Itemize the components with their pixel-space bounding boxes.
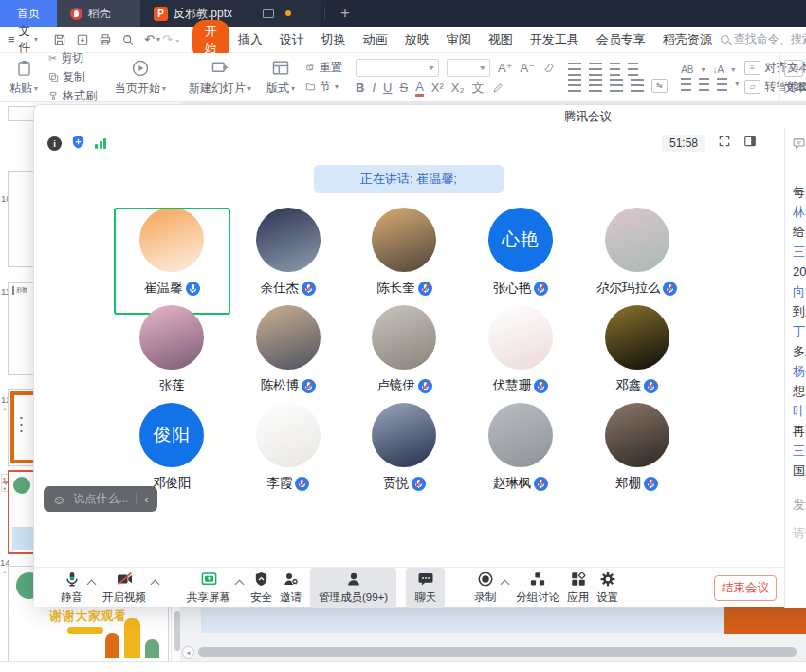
participant-tile[interactable]: 陈长奎 <box>346 206 463 303</box>
save-button[interactable] <box>53 33 66 46</box>
participant-tile[interactable]: 尕尔玛拉么 <box>578 206 695 303</box>
section-button[interactable]: 节▾ <box>305 79 342 95</box>
line-spacing-icon[interactable] <box>681 78 691 91</box>
font-size-select[interactable] <box>447 59 490 77</box>
menu-tab[interactable]: 稻壳资源 <box>663 31 712 48</box>
participant-tile[interactable]: 贾悦 <box>346 401 463 499</box>
vertical-scrollbar[interactable] <box>174 611 180 651</box>
font-size-up-button[interactable]: A⁺ <box>498 61 513 75</box>
subscript-button[interactable]: X₂ <box>451 81 465 95</box>
decrease-indent-icon[interactable] <box>610 63 620 76</box>
chat-quick-input[interactable]: ☺ 说点什么... ‹ <box>44 486 157 512</box>
horizontal-scrollbar[interactable] <box>198 647 797 657</box>
command-search[interactable]: 查找命令、搜索模板 <box>721 31 806 47</box>
play-from-current-button[interactable]: 当页开始▾ <box>110 59 171 97</box>
meeting-toolbar-apps[interactable]: 应用 <box>567 571 589 605</box>
undo-button[interactable]: ↶ <box>144 32 155 46</box>
meeting-toolbar-members[interactable]: 管理成员(99+) <box>310 568 396 608</box>
participant-tile[interactable]: 卢镜伊 <box>346 303 463 401</box>
paragraph-spacing-icon[interactable] <box>699 78 709 91</box>
font-family-select[interactable] <box>356 59 439 77</box>
chat-input-hint[interactable]: 请输 <box>793 525 806 542</box>
highlight-pen-icon[interactable] <box>492 82 504 94</box>
spacing-options-icon[interactable] <box>717 78 727 91</box>
participant-tile[interactable]: 郑棚 <box>578 401 695 499</box>
cut-button[interactable]: ✂剪切 <box>48 50 97 66</box>
format-painter-button[interactable]: 格式刷 <box>48 88 97 104</box>
menu-tab[interactable]: 视图 <box>488 31 513 48</box>
copy-button[interactable]: 复制 <box>48 69 97 85</box>
chevron-up-icon[interactable] <box>150 576 161 588</box>
justify-icon[interactable] <box>631 79 644 92</box>
layout-switch-icon[interactable] <box>743 135 757 152</box>
security-shield-icon[interactable] <box>71 135 85 153</box>
font-color-button[interactable]: A <box>415 80 424 97</box>
menu-tab[interactable]: 动画 <box>363 31 388 48</box>
participant-tile[interactable]: 李霞 <box>230 401 347 499</box>
increase-indent-icon[interactable] <box>628 63 638 76</box>
participant-tile[interactable]: 陈松博 <box>230 303 347 401</box>
export-button[interactable] <box>76 33 89 46</box>
participant-tile[interactable]: 余仕杰 <box>230 206 347 303</box>
participant-tile[interactable]: 伏慧珊 <box>463 303 579 401</box>
menu-tab[interactable]: 设计 <box>280 31 304 48</box>
meeting-toolbar-record[interactable]: 录制 <box>474 571 496 605</box>
menu-tab[interactable]: 审阅 <box>447 31 471 48</box>
distribute-icon[interactable]: ↹ <box>651 79 668 93</box>
meeting-toolbar-chat[interactable]: 聊天 <box>406 568 445 608</box>
menu-tab[interactable]: 开发工具 <box>530 31 579 48</box>
vertical-text-button[interactable]: ↓A <box>713 64 724 75</box>
menu-tab[interactable]: 会员专享 <box>596 31 646 48</box>
reset-button[interactable]: 重置 <box>305 60 342 76</box>
layout-button[interactable]: 版式▾ <box>262 59 300 97</box>
align-right-icon[interactable] <box>610 79 623 92</box>
meeting-info-icon[interactable]: i <box>47 136 62 151</box>
align-center-icon[interactable] <box>589 79 602 92</box>
collapse-chat-icon[interactable]: ‹ <box>144 492 148 506</box>
numbered-list-icon[interactable] <box>589 63 602 76</box>
chevron-up-icon[interactable] <box>500 576 511 588</box>
menu-tab[interactable]: 切换 <box>321 31 346 48</box>
menu-tab[interactable]: 插入 <box>238 31 263 48</box>
meeting-toolbar-breakout[interactable]: 分组讨论 <box>516 571 559 605</box>
meeting-toolbar-mic[interactable]: 静音 <box>61 571 82 605</box>
print-button[interactable] <box>99 33 112 46</box>
undo-caret-icon[interactable]: ▾ <box>156 35 160 44</box>
ribbon-more-icon[interactable]: ⌄ <box>174 35 181 44</box>
superscript-button[interactable]: X² <box>431 81 444 95</box>
participant-tile[interactable]: 俊阳 邓俊阳 <box>114 401 230 499</box>
redo-button[interactable]: ↷ <box>162 32 173 46</box>
participant-tile[interactable]: 心艳 张心艳 <box>463 206 579 303</box>
paste-button[interactable]: 粘贴▾ <box>5 59 43 97</box>
new-slide-button[interactable]: 新建幻灯片▾ <box>184 59 256 97</box>
text-box-button[interactable]: A≡ 文本框 <box>779 53 806 102</box>
network-signal-icon[interactable] <box>95 137 106 149</box>
meeting-toolbar-share-screen[interactable]: 共享屏幕 <box>187 571 230 605</box>
clear-format-icon[interactable] <box>542 62 555 74</box>
bullet-list-icon[interactable] <box>568 63 581 76</box>
scroll-left-button[interactable]: ◂ <box>182 646 194 659</box>
meeting-toolbar-invite[interactable]: 邀请 <box>280 571 302 605</box>
chevron-up-icon[interactable] <box>86 576 98 588</box>
print-preview-button[interactable] <box>121 33 135 46</box>
chat-input-placeholder[interactable]: 说点什么... <box>73 491 128 507</box>
italic-button[interactable]: I <box>372 81 376 95</box>
text-direction-button[interactable]: AB <box>681 64 693 75</box>
menu-tab[interactable]: 放映 <box>405 31 430 48</box>
phonetic-guide-button[interactable]: 文 <box>472 80 485 97</box>
meeting-toolbar-shield[interactable]: 安全 <box>250 571 272 605</box>
align-left-icon[interactable] <box>568 79 581 92</box>
chat-send-button[interactable]: 发送 <box>793 497 806 514</box>
participant-tile[interactable]: 张莲 <box>114 303 230 401</box>
fullscreen-icon[interactable] <box>718 135 731 152</box>
underline-button[interactable]: U <box>383 81 392 95</box>
meeting-toolbar-camera-off[interactable]: 开启视频 <box>102 571 146 605</box>
bold-button[interactable]: B <box>356 81 364 95</box>
file-menu[interactable]: ≡ 文件 ▾ <box>8 24 38 56</box>
strikethrough-button[interactable]: S <box>399 81 408 95</box>
end-meeting-button[interactable]: 结束会议 <box>714 575 777 601</box>
emoji-icon[interactable]: ☺ <box>52 493 65 506</box>
participant-tile[interactable]: 邓鑫 <box>578 303 695 401</box>
participant-tile[interactable]: 赵琳枫 <box>463 401 579 499</box>
tab-docer[interactable]: 稻壳 <box>57 0 140 27</box>
